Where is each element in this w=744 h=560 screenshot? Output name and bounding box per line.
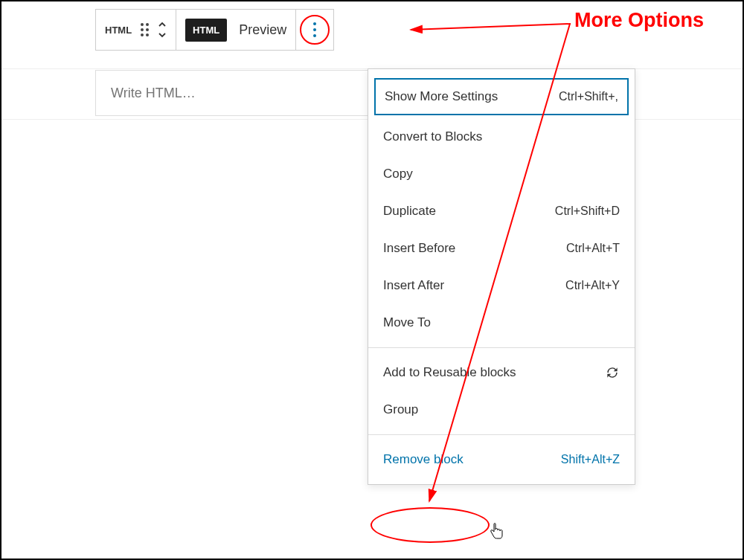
- editor-frame: HTML HTML Preview Show More Settin: [0, 0, 744, 560]
- more-options-icon: [313, 22, 316, 37]
- refresh-icon: [605, 365, 620, 380]
- more-options-menu: Show More Settings Ctrl+Shift+, Convert …: [368, 68, 635, 485]
- menu-item-shortcut: Ctrl+Shift+,: [559, 90, 618, 103]
- menu-item-label: Copy: [383, 167, 413, 181]
- menu-item-label: Insert Before: [383, 241, 455, 256]
- menu-add-reusable[interactable]: Add to Reusable blocks: [368, 354, 635, 391]
- menu-item-shortcut: Ctrl+Alt+Y: [565, 279, 620, 292]
- block-toolbar: HTML HTML Preview: [95, 9, 334, 51]
- svg-line-0: [411, 24, 571, 30]
- cursor-pointer-icon: [490, 522, 503, 540]
- menu-convert-to-blocks[interactable]: Convert to Blocks: [368, 118, 635, 155]
- chevron-up-icon: [158, 20, 167, 29]
- menu-item-shortcut: Ctrl+Alt+T: [566, 242, 620, 255]
- chevron-down-icon: [158, 30, 167, 39]
- menu-section-1: Show More Settings Ctrl+Shift+, Convert …: [368, 69, 635, 348]
- menu-item-label: Group: [383, 402, 418, 417]
- menu-section-3: Remove block Shift+Alt+Z: [368, 435, 635, 484]
- menu-insert-after[interactable]: Insert After Ctrl+Alt+Y: [368, 267, 635, 304]
- move-arrows[interactable]: [158, 20, 167, 39]
- menu-item-label: Insert After: [383, 278, 444, 293]
- annotation-oval-remove: [371, 507, 490, 543]
- html-preview-cell: HTML Preview: [176, 10, 296, 50]
- html-mode-button[interactable]: HTML: [185, 19, 227, 42]
- menu-item-label: Duplicate: [383, 204, 436, 219]
- menu-item-label: Convert to Blocks: [383, 129, 482, 144]
- menu-item-label: Show More Settings: [385, 89, 498, 104]
- menu-item-shortcut: Shift+Alt+Z: [561, 453, 620, 466]
- menu-item-label: Remove block: [383, 452, 464, 467]
- annotation-arrow-1: [403, 16, 574, 39]
- menu-group[interactable]: Group: [368, 391, 635, 428]
- menu-copy[interactable]: Copy: [368, 155, 635, 193]
- menu-section-2: Add to Reusable blocks Group: [368, 348, 635, 435]
- menu-insert-before[interactable]: Insert Before Ctrl+Alt+T: [368, 230, 635, 267]
- html-block-label: HTML: [105, 25, 132, 36]
- block-type-cell[interactable]: HTML: [96, 10, 176, 50]
- drag-handle-icon[interactable]: [141, 23, 149, 36]
- menu-item-shortcut: Ctrl+Shift+D: [555, 205, 620, 218]
- preview-mode-button[interactable]: Preview: [239, 22, 286, 38]
- menu-move-to[interactable]: Move To: [368, 304, 635, 341]
- menu-item-label: Move To: [383, 315, 431, 330]
- menu-duplicate[interactable]: Duplicate Ctrl+Shift+D: [368, 193, 635, 230]
- menu-show-more-settings[interactable]: Show More Settings Ctrl+Shift+,: [374, 78, 629, 115]
- more-options-button[interactable]: [296, 10, 333, 50]
- menu-remove-block[interactable]: Remove block Shift+Alt+Z: [368, 441, 635, 478]
- annotation-more-options: More Options: [574, 9, 704, 32]
- menu-item-label: Add to Reusable blocks: [383, 365, 516, 380]
